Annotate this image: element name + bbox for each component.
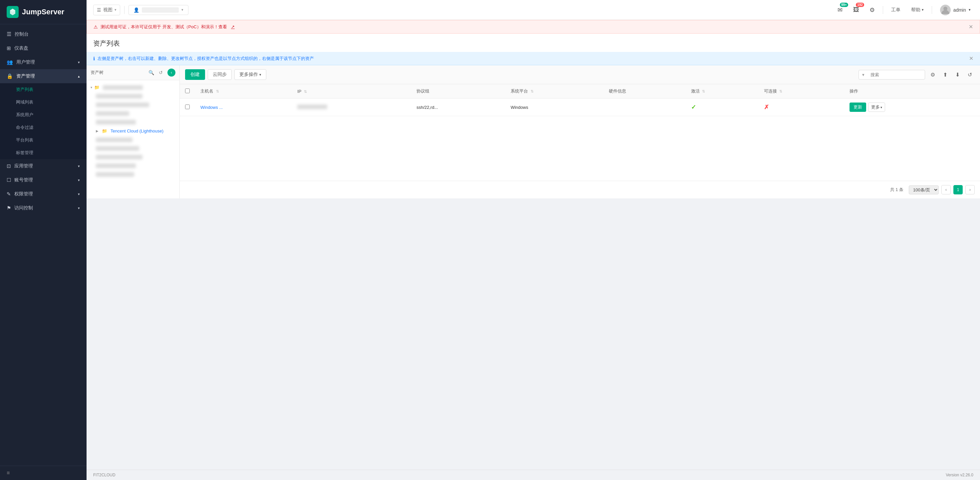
tree-refresh-icon[interactable]: ↺ xyxy=(158,69,164,76)
cloud-sync-button[interactable]: 云同步 xyxy=(208,69,232,80)
download-icon: ⬇ xyxy=(955,72,960,78)
tree-collapse-btn[interactable]: ‹ xyxy=(167,68,175,76)
sidebar-item-asset-list[interactable]: 资产列表 xyxy=(0,83,87,96)
page-title: 资产列表 xyxy=(93,39,973,48)
tree-node-4[interactable] xyxy=(87,118,180,127)
sidebar-item-asset-mgmt[interactable]: 🔒 资产管理 ▴ xyxy=(0,69,87,83)
mail-btn[interactable]: ✉ 99+ xyxy=(835,5,845,15)
org-selector[interactable]: 👤 ▾ xyxy=(129,5,188,15)
page-header: 资产列表 xyxy=(87,33,980,52)
alert-close-btn[interactable]: ✕ xyxy=(969,24,973,30)
mail-icon: ✉ xyxy=(838,6,843,14)
page-size-select[interactable]: 100条/页 10条/页 20条/页 50条/页 xyxy=(909,185,939,194)
settings-btn[interactable]: ⚙ xyxy=(867,5,877,15)
sidebar-item-tag-mgmt[interactable]: 标签管理 xyxy=(0,146,87,159)
alert-link[interactable]: ↗ xyxy=(231,24,235,29)
sort-ip-icon: ⇅ xyxy=(304,89,307,94)
page-1-btn[interactable]: 1 xyxy=(953,185,963,194)
sidebar-item-cmd-filter[interactable]: 命令过滤 xyxy=(0,121,87,134)
dashboard-icon: ⊞ xyxy=(7,45,11,51)
tree-node-2[interactable] xyxy=(87,100,180,109)
th-connectable[interactable]: 可连接 ⇅ xyxy=(759,84,844,99)
upload-icon-btn[interactable]: ⬆ xyxy=(940,70,950,80)
sidebar-item-console[interactable]: ☰ 控制台 xyxy=(0,27,87,41)
tree-node-8-label xyxy=(96,164,136,168)
alert-banner: ⚠ 测试用途可证，本许可证仅用于 开发、测试（PoC）和演示！查看 ↗ ✕ xyxy=(87,20,980,33)
more-chevron-icon-1: ▾ xyxy=(880,105,882,109)
sidebar-item-network-list[interactable]: 网域列表 xyxy=(0,96,87,108)
hostname-link-1[interactable]: Windows ... xyxy=(200,105,223,110)
workorder-btn[interactable]: 工单 xyxy=(888,5,903,15)
prev-page-btn[interactable]: ‹ xyxy=(941,185,951,194)
view-selector[interactable]: ☰ 视图 ▾ xyxy=(93,5,120,15)
th-hostname[interactable]: 主机名 ⇅ xyxy=(195,84,292,99)
chevron-down-icon-perm: ▾ xyxy=(78,192,80,196)
divider-3 xyxy=(932,6,932,14)
perm-icon: ✎ xyxy=(7,191,11,197)
th-actions: 操作 xyxy=(844,84,980,99)
info-banner: ℹ 左侧是资产树，右击可以新建、删除、更改树节点，授权资产也是以节点方式组织的，… xyxy=(87,52,980,65)
th-platform[interactable]: 系统平台 ⇅ xyxy=(505,84,603,99)
org-chevron-icon: ▾ xyxy=(181,8,183,12)
tree-node-6[interactable] xyxy=(87,144,180,153)
mail-badge: 99+ xyxy=(840,3,848,7)
next-page-btn[interactable]: › xyxy=(966,185,975,194)
footer: FIT2CLOUD Version v2.26.0 xyxy=(87,470,980,480)
header: ☰ 视图 ▾ 👤 ▾ ✉ 99+ 🖼 192 ⚙ 工单 xyxy=(87,0,980,20)
console-icon: ☰ xyxy=(7,31,11,37)
th-active[interactable]: 激活 ⇅ xyxy=(686,84,759,99)
tree-node-7[interactable] xyxy=(87,153,180,161)
more-actions-button[interactable]: 更多操作 ▾ xyxy=(234,69,266,80)
folder-icon-tencent: 📁 xyxy=(102,129,107,134)
more-actions-btn-1[interactable]: 更多 ▾ xyxy=(868,103,885,112)
select-all-checkbox[interactable] xyxy=(185,89,190,93)
tree-node-1-label xyxy=(96,94,142,99)
search-input[interactable] xyxy=(868,70,921,79)
sidebar-item-user-mgmt[interactable]: 👥 用户管理 ▾ xyxy=(0,55,87,69)
image-btn[interactable]: 🖼 192 xyxy=(851,5,861,15)
sidebar-item-access-ctrl[interactable]: ⚑ 访问控制 ▾ xyxy=(0,201,87,215)
tree-node-5[interactable] xyxy=(87,135,180,144)
refresh-icon-btn[interactable]: ↺ xyxy=(965,70,975,80)
chevron-down-icon-app: ▾ xyxy=(78,164,80,168)
td-active-1: ✓ xyxy=(686,99,759,116)
download-icon-btn[interactable]: ⬇ xyxy=(953,70,963,80)
tree-node-3[interactable] xyxy=(87,109,180,118)
info-close-btn[interactable]: ✕ xyxy=(969,55,973,62)
sidebar-item-app-mgmt[interactable]: ⊡ 应用管理 ▾ xyxy=(0,159,87,173)
row-checkbox-1[interactable] xyxy=(185,105,190,109)
header-icons: ✉ 99+ 🖼 192 ⚙ 工单 帮助 ▾ xyxy=(835,3,973,17)
ip-value-1 xyxy=(297,105,327,109)
th-hardware-label: 硬件信息 xyxy=(609,89,626,94)
search-dropdown-icon[interactable]: ▾ xyxy=(859,70,868,79)
user-menu[interactable]: admin ▾ xyxy=(937,3,973,17)
tree-node-9[interactable] xyxy=(87,170,180,179)
settings-toolbar-icon[interactable]: ⚙ xyxy=(928,70,938,80)
sidebar-item-tag-mgmt-label: 标签管理 xyxy=(16,150,33,156)
sidebar-item-user-mgmt-label: 用户管理 xyxy=(16,59,75,65)
create-button[interactable]: 创建 xyxy=(185,69,205,80)
tree-node-1[interactable] xyxy=(87,92,180,100)
sidebar-item-dashboard[interactable]: ⊞ 仪表盘 xyxy=(0,41,87,55)
tree-node-tencent[interactable]: ▶ 📁 Tencent Cloud (Lighthouse) xyxy=(87,127,180,135)
asset-tree-title: 资产树 xyxy=(91,70,145,76)
asset-tree: 资产树 🔍 ↺ ‹ ▾ 📁 xyxy=(87,65,180,199)
th-ip[interactable]: IP ⇅ xyxy=(292,84,411,99)
sidebar-item-perm-mgmt[interactable]: ✎ 权限管理 ▾ xyxy=(0,187,87,201)
tree-node-root[interactable]: ▾ 📁 xyxy=(87,83,180,92)
workorder-label: 工单 xyxy=(891,7,900,13)
td-hostname-1: Windows ... xyxy=(195,99,292,116)
help-btn[interactable]: 帮助 ▾ xyxy=(908,5,926,15)
footer-right: Version v2.26.0 xyxy=(946,473,973,477)
tree-node-8[interactable] xyxy=(87,161,180,170)
help-chevron-icon: ▾ xyxy=(922,8,924,12)
asset-container: 资产树 🔍 ↺ ‹ ▾ 📁 xyxy=(87,65,980,199)
alert-text: 测试用途可证，本许可证仅用于 开发、测试（PoC）和演示！查看 xyxy=(100,24,227,30)
sidebar-item-platform-list[interactable]: 平台列表 xyxy=(0,134,87,146)
sidebar-item-account-mgmt[interactable]: ☐ 账号管理 ▾ xyxy=(0,173,87,187)
tree-search-icon[interactable]: 🔍 xyxy=(147,69,156,76)
sidebar-item-system-user[interactable]: 系统用户 xyxy=(0,108,87,121)
sidebar-footer[interactable]: ≡ xyxy=(0,466,87,480)
update-button-1[interactable]: 更新 xyxy=(850,103,866,112)
td-ip-1 xyxy=(292,99,411,116)
